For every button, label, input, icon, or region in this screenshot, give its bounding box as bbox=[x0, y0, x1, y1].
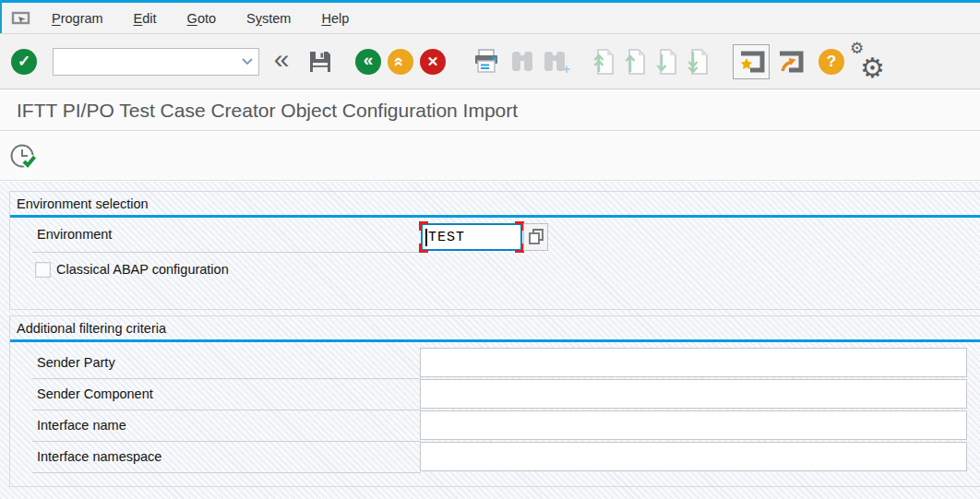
sender-component-input[interactable] bbox=[420, 379, 967, 409]
environment-field-wrap: TEST bbox=[421, 223, 522, 251]
menu-accesskey: G bbox=[187, 11, 197, 26]
menu-item-program[interactable]: Program bbox=[52, 11, 103, 26]
plus-badge-icon: + bbox=[563, 62, 570, 77]
save-floppy-icon bbox=[306, 48, 334, 76]
menu-accesskey: P bbox=[52, 11, 61, 26]
environment-value: TEST bbox=[428, 230, 465, 245]
environment-selection-section: Environment selection Environment TEST bbox=[9, 191, 980, 310]
page-up-icon bbox=[624, 48, 648, 76]
previous-page-button[interactable] bbox=[624, 48, 648, 76]
menu-item-goto[interactable]: Goto bbox=[187, 11, 216, 26]
interface-namespace-label: Interface namespace bbox=[37, 449, 161, 464]
binoculars-icon bbox=[508, 48, 536, 76]
page-title: IFTT PI/PO Test Case Creator Object Conf… bbox=[17, 100, 518, 122]
next-page-button[interactable] bbox=[655, 48, 679, 76]
sap-gui-window: Program Edit Goto System Help ✓ « bbox=[0, 0, 980, 499]
focus-corner-icon bbox=[419, 244, 428, 253]
menu-bar: Program Edit Goto System Help bbox=[0, 3, 980, 33]
window-shortcut-arrow-icon bbox=[776, 49, 804, 74]
interface-name-label: Interface name bbox=[37, 418, 126, 433]
selection-screen-body: Environment selection Environment TEST bbox=[0, 182, 980, 499]
section-title: Additional filtering criteria bbox=[10, 316, 980, 339]
menu-text: rogram bbox=[61, 11, 103, 26]
enter-check-icon: ✓ bbox=[11, 49, 37, 75]
title-bar: IFTT PI/PO Test Case Creator Object Conf… bbox=[0, 90, 980, 131]
overlapping-squares-icon bbox=[527, 227, 545, 247]
value-help-button[interactable] bbox=[523, 223, 548, 251]
page-down-icon bbox=[655, 48, 679, 76]
row-underline bbox=[32, 441, 421, 442]
print-button[interactable] bbox=[471, 48, 502, 76]
menu-text: stem bbox=[262, 11, 291, 26]
printer-icon bbox=[471, 48, 502, 76]
menu-text: oto bbox=[197, 11, 216, 26]
menu-text: S bbox=[246, 11, 256, 26]
sender-party-label: Sender Party bbox=[37, 355, 115, 370]
application-toolbar bbox=[0, 132, 980, 181]
row-underline bbox=[32, 410, 421, 410]
window-star-icon bbox=[737, 49, 765, 74]
exit-up-chevrons-icon: « bbox=[388, 49, 413, 75]
exit-button[interactable]: « bbox=[388, 49, 413, 75]
additional-filtering-section: Additional filtering criteria Sender Par… bbox=[9, 315, 980, 487]
environment-input[interactable]: TEST bbox=[421, 223, 522, 251]
help-question-icon: ? bbox=[819, 49, 844, 75]
interface-namespace-input[interactable] bbox=[420, 442, 967, 471]
menu-item-edit[interactable]: Edit bbox=[134, 11, 157, 26]
customize-layout-button[interactable]: ⚙ ⚙ bbox=[850, 45, 883, 78]
classical-abap-checkbox[interactable] bbox=[35, 262, 51, 278]
page-double-down-icon bbox=[687, 48, 711, 76]
standard-toolbar: ✓ « « « bbox=[0, 33, 980, 89]
back-chevrons-icon: « bbox=[355, 49, 381, 75]
gear-icon: ⚙ bbox=[860, 52, 885, 84]
create-shortcut-button[interactable] bbox=[776, 49, 804, 74]
menu-item-system[interactable]: System bbox=[246, 11, 291, 26]
cancel-button[interactable]: ✕ bbox=[420, 49, 446, 75]
menu-accesskey: H bbox=[321, 11, 330, 26]
back-button[interactable]: « bbox=[355, 49, 381, 75]
enter-button[interactable]: ✓ bbox=[11, 49, 37, 75]
row-underline bbox=[32, 472, 421, 473]
menu-item-help[interactable]: Help bbox=[321, 11, 349, 26]
classical-abap-checkbox-label: Classical ABAP configuration bbox=[56, 262, 229, 278]
page-double-up-icon bbox=[592, 48, 616, 76]
focus-corner-icon bbox=[419, 221, 428, 231]
environment-label: Environment bbox=[37, 227, 112, 242]
last-page-button[interactable] bbox=[687, 48, 711, 76]
menu-accesskey: E bbox=[134, 11, 143, 26]
command-field-input[interactable] bbox=[53, 48, 259, 76]
command-field-wrap bbox=[53, 48, 259, 76]
sap-screen-icon bbox=[11, 10, 33, 27]
menu-accesskey: y bbox=[256, 11, 262, 26]
row-underline bbox=[32, 378, 421, 379]
new-session-button[interactable] bbox=[733, 44, 770, 79]
interface-name-input[interactable] bbox=[420, 410, 967, 440]
help-button[interactable]: ? bbox=[819, 49, 844, 75]
find-next-button[interactable]: + bbox=[541, 48, 568, 76]
cancel-x-icon: ✕ bbox=[420, 49, 446, 75]
execute-clock-check-icon bbox=[9, 141, 42, 171]
sender-component-label: Sender Component bbox=[37, 386, 153, 401]
collapse-chevrons-icon: « bbox=[274, 45, 290, 73]
section-title: Environment selection bbox=[10, 192, 980, 215]
sender-party-input[interactable] bbox=[420, 348, 967, 377]
menu-text: elp bbox=[331, 11, 349, 26]
save-button[interactable] bbox=[306, 48, 334, 76]
row-underline bbox=[32, 252, 421, 253]
execute-button[interactable] bbox=[9, 139, 42, 172]
menu-text: dit bbox=[142, 11, 156, 26]
hide-command-field-button[interactable]: « bbox=[269, 46, 294, 77]
find-button[interactable] bbox=[508, 48, 536, 76]
first-page-button[interactable] bbox=[592, 48, 616, 76]
